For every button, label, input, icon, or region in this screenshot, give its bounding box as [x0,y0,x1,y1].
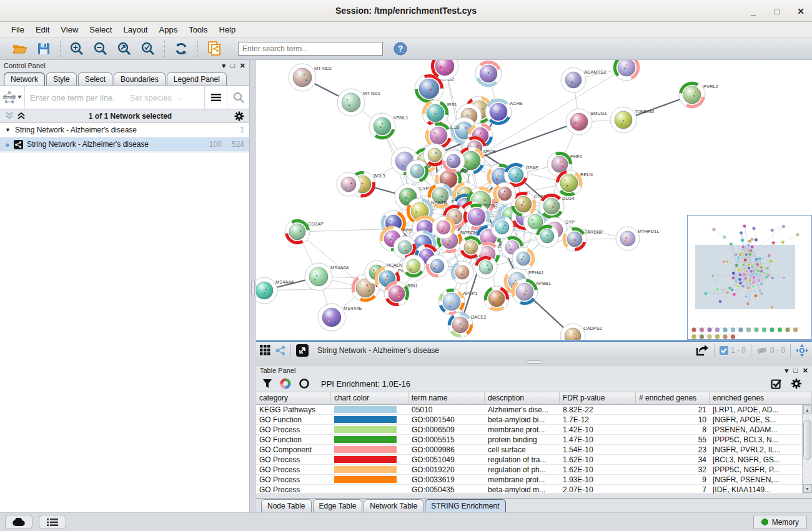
zoom-out-icon[interactable] [92,40,109,57]
tab-string-enrichment[interactable]: STRING Enrichment [425,499,505,512]
memory-button[interactable]: Memory [753,515,807,529]
panel-menu-icon[interactable]: ▾ [222,62,226,70]
node-BACE2[interactable]: BACE2 [448,312,487,337]
network-canvas[interactable]: MT-ND2MT-ND1VSNL1GAB2IRS1CHATACHEIL1BAPO… [256,60,812,340]
tab-network[interactable]: Network [4,72,45,86]
node-VSNL1[interactable]: VSNL1 [369,113,408,139]
node-CADPS2[interactable]: CADPS2 [560,324,602,340]
open-session-button[interactable] [11,40,29,57]
node[interactable] [613,60,640,81]
network-share-icon[interactable] [275,345,285,355]
maximize-button[interactable]: □ [772,6,782,16]
panel-splitter-vertical[interactable] [250,60,256,512]
table-hscrollbar[interactable] [256,494,812,498]
node-MS4A6A[interactable]: MS4A6A [305,263,349,290]
column-header-chart-color[interactable]: chart color [331,392,408,404]
refresh-icon[interactable] [172,40,190,57]
table-panel-float-icon[interactable]: □ [793,367,798,374]
panel-splitter-horizontal[interactable] [256,359,812,365]
tab-network-table[interactable]: Network Table [364,499,423,512]
node[interactable] [475,256,497,279]
save-session-button[interactable] [35,40,52,57]
node-SMUG1[interactable]: SMUG1 [566,109,607,135]
node[interactable] [493,182,516,205]
table-row[interactable]: GO ProcessGO:0051049regulation of tra...… [256,455,802,465]
table-row[interactable]: GO FunctionGO:0005515protein binding1.47… [256,435,802,445]
column-header--enriched-genes[interactable]: # enriched genes [636,392,710,404]
table-row[interactable]: GO ComponentGO:0009986cell surface1.54E-… [256,445,802,455]
menu-item-edit[interactable]: Edit [31,23,54,36]
node-PVRL2[interactable]: PVRL2 [679,82,718,108]
node-MS4A4E[interactable]: MS4A4E [318,304,362,331]
node[interactable] [432,216,455,239]
menu-item-apps[interactable]: Apps [154,23,183,36]
node-DLG4[interactable]: DLG4 [539,194,575,219]
string-logo[interactable]: STRING [0,86,25,109]
search-input[interactable] [238,42,383,56]
table-settings-gear-icon[interactable] [791,378,802,389]
export-network-icon[interactable] [695,344,709,357]
tab-select[interactable]: Select [78,72,112,86]
node[interactable] [491,216,513,239]
table-row[interactable]: GO ProcessGO:0033619membrane prot...1.93… [256,475,802,485]
table-row[interactable]: GO ProcessGO:0019220regulation of ph...1… [256,465,802,475]
table-row[interactable]: GO ProcessGO:0006509membrane prot...1.42… [256,425,802,435]
zoom-selected-icon[interactable] [139,40,157,57]
table-row[interactable]: GO FunctionGO:0001540beta-amyloid bi...1… [256,415,802,425]
menu-item-select[interactable]: Select [84,23,117,36]
column-header-FDR-p-value[interactable]: FDR p-value [560,392,636,404]
node[interactable] [337,172,360,196]
select-columns-icon[interactable] [771,378,782,389]
node[interactable] [475,61,502,87]
node-CD2AP[interactable]: CD2AP [285,219,324,244]
cloud-tasks-button[interactable] [5,515,32,529]
zoom-in-icon[interactable] [68,40,86,57]
filter-enrichment-icon[interactable] [262,379,272,389]
birds-eye-view[interactable] [687,215,812,340]
chart-color-pie-icon[interactable] [280,378,291,389]
collapse-all-icon[interactable] [17,112,26,120]
menu-item-help[interactable]: Help [214,23,241,36]
node[interactable] [402,255,425,277]
network-tree-row[interactable]: ▼String Network - Alzheimer's disease1 [0,123,249,137]
panel-close-icon[interactable]: ✕ [240,62,245,70]
column-header-category[interactable]: category [256,392,331,404]
node[interactable] [442,150,465,172]
string-query-placeholder[interactable]: Enter one term per line. [30,93,115,102]
node-MS4A4A[interactable]: MS4A4A [256,277,294,304]
node[interactable] [460,236,482,259]
navigator-icon[interactable] [796,344,808,357]
help-icon[interactable]: ? [392,40,409,57]
grid-view-icon[interactable] [260,345,270,355]
node-MT-ND1[interactable]: MT-ND1 [337,89,380,116]
panel-float-icon[interactable]: □ [230,62,235,69]
close-button[interactable]: ✕ [796,6,806,16]
table-row[interactable]: GO ProcessGO:0050435beta-amyloid m...2.0… [256,485,802,494]
string-species-hint[interactable]: Set species → [130,93,182,102]
table-scrollbar[interactable]: ▲ ▼ [802,405,812,494]
node-RELN[interactable]: RELN [556,170,593,196]
tree-collapse-icon[interactable]: ▼ [5,127,15,133]
column-header-description[interactable]: description [485,392,560,404]
string-options-icon[interactable] [204,86,227,109]
column-header-enriched-genes[interactable]: enriched genes [710,392,812,404]
task-list-button[interactable] [39,515,66,529]
network-from-file-icon[interactable] [205,40,223,57]
table-row[interactable]: KEGG Pathways05010Alzheimer's dise...8.8… [256,405,802,415]
minimize-button[interactable]: _ [748,6,758,16]
table-panel-menu-icon[interactable]: ▾ [785,367,789,375]
node[interactable] [536,225,558,247]
menu-item-tools[interactable]: Tools [184,23,212,36]
tab-style[interactable]: Style [46,72,77,86]
node[interactable] [512,247,535,270]
node-APBB1[interactable]: APBB1 [512,279,551,305]
network-tree-row[interactable]: ●String Network - Alzheimer's disease100… [0,137,249,152]
node-ADAMTS2[interactable]: ADAMTS2 [561,67,606,92]
network-options-gear-icon[interactable] [234,111,244,121]
column-header-term-name[interactable]: term name [408,392,485,404]
menu-item-view[interactable]: View [56,23,83,36]
tab-legend-panel[interactable]: Legend Panel [167,72,227,86]
node-APLP1[interactable]: APLP1 [438,289,477,315]
tab-boundaries[interactable]: Boundaries [114,72,166,86]
open-in-window-icon[interactable] [296,344,309,357]
